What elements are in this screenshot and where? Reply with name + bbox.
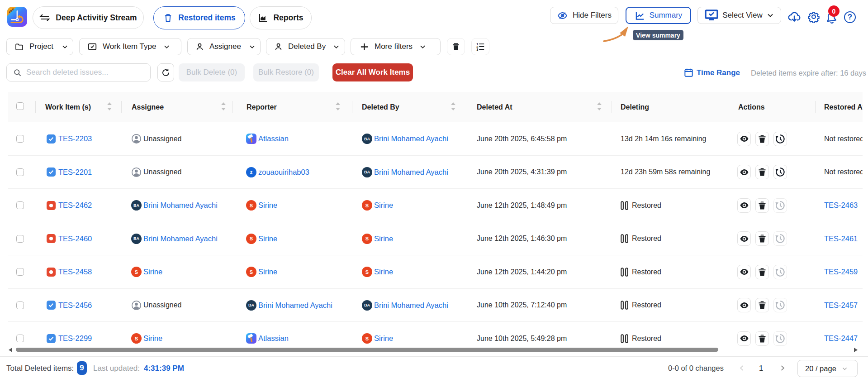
svg-text:3: 3: [476, 48, 478, 52]
